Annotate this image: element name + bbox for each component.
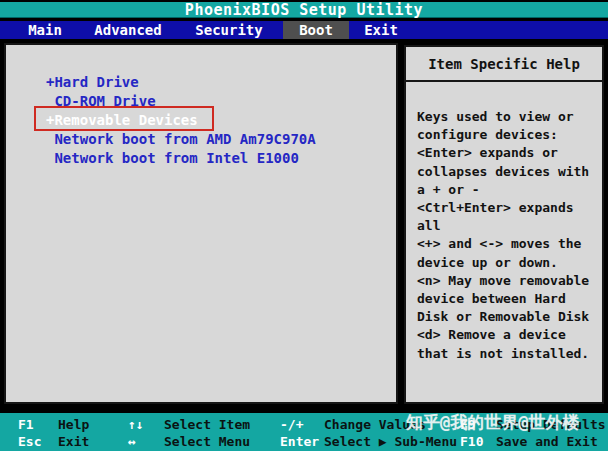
tab-advanced[interactable]: Advanced bbox=[88, 21, 168, 39]
boot-item-network-amd[interactable]: Network boot from AMD Am79C970A bbox=[46, 130, 396, 149]
boot-item-hard-drive[interactable]: +Hard Drive bbox=[46, 73, 396, 92]
help-panel-text: Keys used to view or configure devices: … bbox=[406, 82, 602, 363]
boot-order-panel: +Hard Drive CD-ROM Drive +Removable Devi… bbox=[4, 43, 398, 404]
key-leftright-arrows: ↔ bbox=[128, 433, 156, 450]
label-save-and-exit: Save and Exit bbox=[496, 433, 598, 450]
key-hint-row-2: Esc Exit ↔ Select Menu Enter Select ▶ Su… bbox=[0, 433, 608, 450]
tab-boot[interactable]: Boot bbox=[283, 21, 349, 39]
boot-item-removable-devices[interactable]: +Removable Devices bbox=[46, 111, 396, 130]
boot-item-cdrom-drive[interactable]: CD-ROM Drive bbox=[46, 92, 396, 111]
label-change-values: Change Values bbox=[324, 416, 456, 433]
key-hint-bar: F1 Help ↑↓ Select Item -/+ Change Values… bbox=[0, 413, 608, 451]
key-esc: Esc bbox=[18, 433, 52, 450]
key-f10: F10 bbox=[460, 433, 492, 450]
key-updown-arrows: ↑↓ bbox=[128, 416, 156, 433]
page-title: PhoenixBIOS Setup Utility bbox=[0, 2, 608, 18]
tab-security[interactable]: Security bbox=[189, 21, 269, 39]
bios-screen: { "title_bar": { "title": "PhoenixBIOS S… bbox=[0, 0, 608, 451]
boot-device-list: +Hard Drive CD-ROM Drive +Removable Devi… bbox=[6, 45, 396, 168]
help-panel-title: Item Specific Help bbox=[406, 47, 602, 82]
key-minus-plus: -/+ bbox=[280, 416, 320, 433]
key-enter: Enter bbox=[280, 433, 320, 450]
label-select-menu: Select Menu bbox=[164, 433, 276, 450]
label-exit: Exit bbox=[58, 433, 122, 450]
label-setup-defaults: Setup Defaults bbox=[496, 416, 606, 433]
help-panel: Item Specific Help Keys used to view or … bbox=[404, 45, 604, 404]
tab-main[interactable]: Main bbox=[20, 21, 70, 39]
key-f1: F1 bbox=[18, 416, 52, 433]
tab-exit[interactable]: Exit bbox=[351, 21, 411, 39]
label-select-item: Select Item bbox=[164, 416, 276, 433]
menu-bar: Main Advanced Security Boot Exit bbox=[0, 21, 608, 39]
key-hint-row-1: F1 Help ↑↓ Select Item -/+ Change Values… bbox=[0, 416, 608, 433]
boot-item-network-intel[interactable]: Network boot from Intel E1000 bbox=[46, 149, 396, 168]
label-select-submenu: Select ▶ Sub-Menu bbox=[324, 433, 456, 450]
key-f9: F9 bbox=[460, 416, 492, 433]
label-help: Help bbox=[58, 416, 122, 433]
